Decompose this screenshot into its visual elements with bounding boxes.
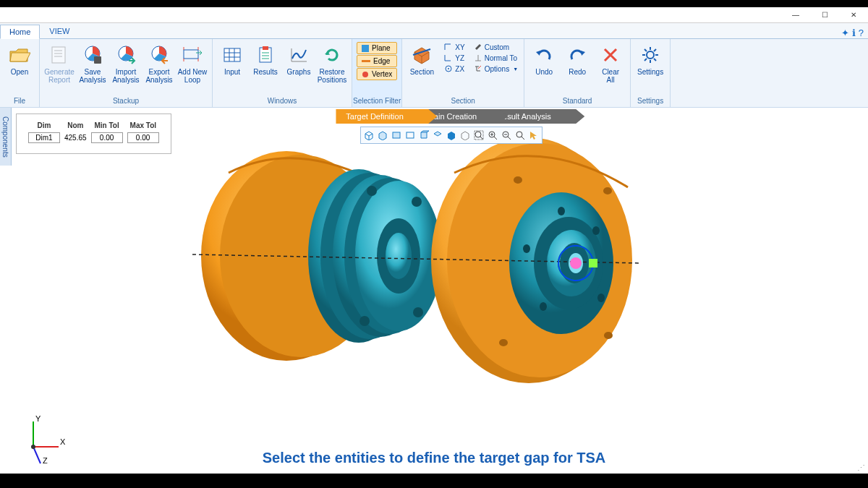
clear-icon: [599, 43, 622, 67]
input-label: Input: [224, 68, 240, 76]
filter-vertex-label: Vertex: [372, 70, 392, 78]
x-axis-label: X: [60, 437, 66, 446]
clipboard-icon: [254, 43, 277, 67]
tab-target-definition[interactable]: Target Definition: [336, 109, 420, 124]
minimize-button[interactable]: —: [781, 7, 810, 23]
help-icon[interactable]: ?: [859, 27, 864, 38]
generate-report-button: Generate Report: [44, 42, 75, 84]
z-axis-label: Z: [43, 456, 48, 465]
tab-target-definition-label: Target Definition: [346, 112, 404, 121]
save-analysis-button[interactable]: Save Analysis: [77, 42, 108, 84]
info-icon[interactable]: ℹ: [852, 27, 856, 38]
input-button[interactable]: Input: [217, 42, 247, 76]
svg-rect-64: [393, 132, 400, 138]
section-custom-button[interactable]: Custom: [472, 42, 519, 52]
export-analysis-button[interactable]: Export Analysis: [144, 42, 174, 84]
filter-plane-label: Plane: [372, 44, 391, 52]
3d-viewport[interactable]: Target Definition Chain Creation Result …: [0, 108, 868, 474]
results-button[interactable]: Results: [250, 42, 281, 76]
maximize-button[interactable]: ☐: [810, 7, 839, 23]
view-left-button[interactable]: [417, 129, 430, 142]
import-analysis-button[interactable]: Import Analysis: [111, 42, 141, 84]
view-iso-1-button[interactable]: [362, 129, 375, 142]
ribbon-group-file: Open File: [0, 39, 40, 107]
import-analysis-label: Import Analysis: [112, 68, 139, 84]
ribbon-group-selection-filter-title: Selection Filter: [352, 95, 401, 107]
view-right-button[interactable]: [431, 129, 444, 142]
section-xy-button[interactable]: XY: [443, 42, 466, 52]
tab-view[interactable]: VIEW: [40, 24, 79, 38]
undo-button[interactable]: Undo: [529, 42, 559, 76]
gear-icon: [639, 43, 662, 67]
ribbon-tabbar: Home VIEW ✦ ℹ ?: [0, 23, 868, 39]
section-zx-button[interactable]: ZX: [443, 64, 466, 74]
zoom-fit-button[interactable]: [472, 129, 485, 142]
tab-home[interactable]: Home: [0, 25, 40, 39]
select-cursor-button[interactable]: [527, 129, 540, 142]
open-button[interactable]: Open: [4, 42, 35, 76]
loop-icon: [181, 43, 204, 67]
results-label: Results: [253, 68, 277, 76]
section-normal-to-button[interactable]: Normal To: [472, 53, 519, 63]
edge-swatch-icon: [362, 60, 370, 62]
generate-report-label: Generate Report: [44, 68, 75, 84]
plugin-icon[interactable]: ✦: [841, 27, 849, 38]
add-new-loop-button[interactable]: Add New Loop: [177, 42, 208, 84]
view-iso-2-button[interactable]: [376, 129, 389, 142]
yz-icon: [444, 53, 453, 62]
open-label: Open: [11, 68, 28, 76]
view-top-button[interactable]: [445, 129, 458, 142]
svg-point-38: [386, 233, 412, 279]
section-yz-label: YZ: [455, 54, 464, 62]
ribbon-group-file-title: File: [0, 95, 39, 107]
zoom-in-button[interactable]: [486, 129, 499, 142]
section-options-button[interactable]: Options▼: [472, 64, 519, 74]
svg-rect-8: [184, 50, 198, 59]
clear-all-button[interactable]: Clear All: [595, 42, 626, 84]
ribbon-group-windows-title: Windows: [213, 95, 352, 107]
section-icon: [410, 43, 433, 67]
svg-line-26: [644, 49, 647, 51]
undo-label: Undo: [535, 68, 553, 76]
svg-point-66: [475, 132, 481, 137]
section-custom-label: Custom: [485, 43, 509, 51]
zoom-window-button[interactable]: [514, 129, 527, 142]
normal-to-icon: [474, 53, 482, 62]
view-back-button[interactable]: [404, 129, 417, 142]
graphs-button[interactable]: Graphs: [284, 42, 314, 76]
instruction-text: Select the entities to define the target…: [263, 450, 606, 466]
section-yz-button[interactable]: YZ: [443, 53, 466, 63]
undo-icon: [532, 43, 556, 67]
svg-line-28: [644, 59, 647, 61]
filter-edge-button[interactable]: Edge: [357, 55, 397, 67]
close-button[interactable]: ✕: [839, 7, 868, 23]
filter-vertex-button[interactable]: Vertex: [357, 68, 397, 80]
restore-positions-button[interactable]: Restore Positions: [317, 42, 347, 84]
chevron-down-icon: ▼: [513, 67, 518, 72]
svg-point-55: [514, 176, 522, 184]
svg-rect-63: [589, 259, 597, 267]
svg-point-53: [592, 226, 600, 235]
refresh-icon: [320, 43, 344, 67]
workspace: Components Dim Nom Min Tol Max Tol 425.6…: [0, 108, 868, 474]
add-new-loop-label: Add New Loop: [178, 68, 208, 84]
svg-rect-9: [224, 48, 240, 61]
section-label: Section: [410, 68, 434, 76]
clear-all-label: Clear All: [602, 68, 619, 84]
section-normal-to-label: Normal To: [485, 54, 517, 62]
filter-plane-button[interactable]: Plane: [357, 42, 397, 54]
graphs-label: Graphs: [287, 68, 311, 76]
section-button[interactable]: Section: [407, 42, 437, 76]
zoom-out-button[interactable]: [500, 129, 513, 142]
svg-rect-5: [94, 56, 101, 64]
settings-button[interactable]: Settings: [635, 42, 665, 76]
view-bottom-button[interactable]: [459, 129, 472, 142]
svg-point-50: [558, 207, 565, 215]
vertex-swatch-icon: [362, 72, 368, 77]
settings-label: Settings: [637, 68, 663, 76]
redo-label: Redo: [569, 68, 586, 76]
svg-point-52: [540, 302, 547, 311]
view-front-button[interactable]: [390, 129, 403, 142]
redo-button[interactable]: Redo: [562, 42, 592, 76]
svg-point-39: [367, 186, 377, 196]
